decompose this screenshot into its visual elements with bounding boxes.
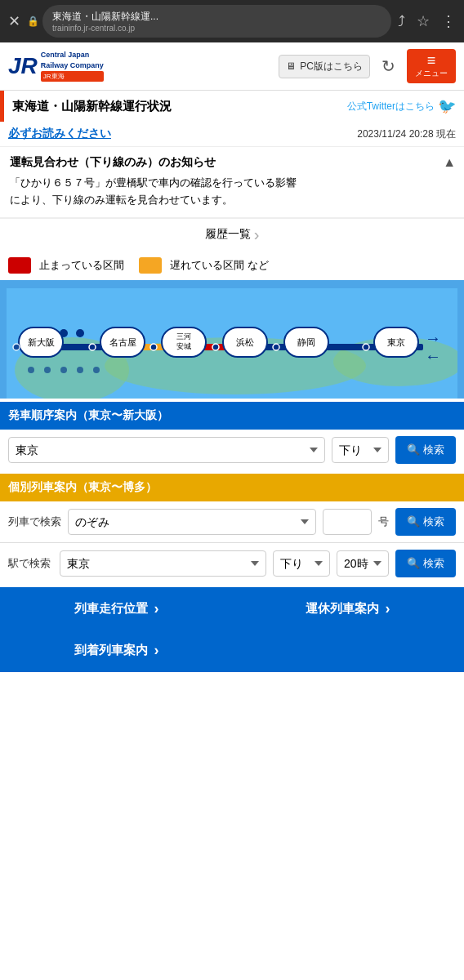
- by-train-search-label: 検索: [423, 514, 444, 529]
- train-section-title: 個別列車案内（東京〜博多）: [8, 480, 157, 493]
- svg-text:→: →: [425, 329, 441, 347]
- menu-button[interactable]: ≡ メニュー: [407, 49, 456, 83]
- svg-point-27: [212, 344, 219, 350]
- collapse-button[interactable]: ▲: [443, 155, 456, 170]
- svg-point-35: [60, 367, 67, 373]
- train-number-input[interactable]: [323, 509, 372, 535]
- svg-point-7: [76, 329, 84, 337]
- pc-btn-label: PC版はこちら: [300, 60, 363, 74]
- browser-actions: ⤴ ☆ ⋮: [398, 12, 456, 30]
- departure-search-label: 検索: [423, 443, 444, 457]
- pc-version-button[interactable]: 🖥 PC版はこちら: [279, 55, 370, 78]
- hour-select[interactable]: 20時 21時 22時 23時: [337, 550, 389, 577]
- alert-body-line2: により、下り線のみ運転を見合わせています。: [10, 194, 233, 206]
- page-tab-title: 東海道・山陽新幹線運...: [52, 10, 381, 24]
- go-label: 号: [378, 514, 389, 529]
- search-icon3: 🔍: [407, 557, 420, 569]
- svg-text:東京: 東京: [387, 337, 405, 347]
- browser-chrome: ✕ 🔒 東海道・山陽新幹線運... traininfo.jr-central.c…: [0, 0, 464, 42]
- train-position-button[interactable]: 列車走行位置 ›: [2, 589, 231, 629]
- svg-point-29: [363, 344, 369, 350]
- company-name-line1: Central Japan: [41, 51, 104, 60]
- history-link[interactable]: 履歴一覧 ›: [0, 218, 464, 251]
- alert-body: 「ひかり６５７号」が豊橋駅で車内の確認を行っている影響 により、下り線のみ運転を…: [10, 175, 454, 209]
- twitter-link[interactable]: 公式Twitterはこちら 🐦: [347, 97, 456, 115]
- svg-text:静岡: 静岡: [297, 337, 315, 347]
- history-arrow-icon: ›: [254, 225, 260, 244]
- alert-box: ▲ 運転見合わせ（下り線のみ）のお知らせ 「ひかり６５７号」が豊橋駅で車内の確認…: [0, 147, 464, 218]
- history-label: 履歴一覧: [205, 227, 251, 242]
- bookmark-icon[interactable]: ☆: [417, 12, 430, 30]
- arriving-trains-arrow: ›: [154, 642, 159, 659]
- stopped-legend-label: 止まっている区間: [39, 258, 124, 273]
- refresh-button[interactable]: ↻: [378, 53, 399, 79]
- cancelled-trains-label: 運休列車案内: [306, 601, 379, 617]
- departure-search-row: 東京 新大阪 名古屋 下り 上り 🔍 検索: [0, 430, 464, 470]
- svg-point-30: [13, 344, 20, 350]
- train-position-label: 列車走行位置: [74, 601, 148, 617]
- svg-text:新大阪: 新大阪: [28, 337, 55, 347]
- svg-text:三河: 三河: [176, 332, 191, 341]
- close-button[interactable]: ✕: [8, 12, 20, 30]
- train-section-header: 個別列車案内（東京〜博多）: [0, 474, 464, 501]
- arriving-trains-button[interactable]: 到着列車案内 ›: [2, 630, 231, 670]
- stopped-legend-color: [8, 257, 31, 274]
- train-map-svg: 新大阪 名古屋 三河 安城 浜松 静岡 東京 → ←: [7, 288, 457, 399]
- must-read-link[interactable]: 必ずお読みください: [8, 127, 111, 141]
- by-station-direction-select[interactable]: 下り 上り: [273, 550, 330, 577]
- station-select[interactable]: 東京 新大阪 名古屋: [60, 550, 266, 577]
- search-icon: 🔍: [407, 443, 420, 456]
- lock-icon: 🔒: [27, 16, 39, 27]
- train-map: 新大阪 名古屋 三河 安城 浜松 静岡 東京 → ←: [0, 280, 464, 399]
- arriving-trains-label: 到着列車案内: [74, 643, 148, 658]
- by-train-label: 列車で検索: [8, 514, 61, 529]
- twitter-label: 公式Twitterはこちら: [347, 100, 435, 114]
- departure-search-button[interactable]: 🔍 検索: [395, 436, 456, 464]
- by-station-search-button[interactable]: 🔍 検索: [395, 550, 456, 577]
- jr-logo: JR Central Japan Railway Company JR東海: [8, 51, 104, 82]
- departure-section-header: 発車順序案内（東京〜新大阪）: [0, 402, 464, 430]
- twitter-icon: 🐦: [438, 97, 456, 115]
- search-icon2: 🔍: [407, 515, 420, 528]
- jr-letter2: R: [21, 53, 38, 78]
- svg-point-28: [273, 344, 279, 350]
- share-icon[interactable]: ⤴: [398, 13, 405, 30]
- page-title: 東海道・山陽新幹線運行状況: [12, 99, 172, 114]
- departure-from-select[interactable]: 東京 新大阪 名古屋: [8, 437, 325, 463]
- svg-point-25: [89, 344, 96, 350]
- svg-point-34: [44, 367, 51, 373]
- train-type-select[interactable]: のぞみ ひかり こだま: [68, 509, 316, 535]
- timestamp: 2023/11/24 20:28 現在: [357, 127, 456, 141]
- svg-text:安城: 安城: [176, 342, 191, 350]
- departure-search-section: 発車順序案内（東京〜新大阪） 東京 新大阪 名古屋 下り 上り 🔍 検索: [0, 402, 464, 470]
- train-search-section: 個別列車案内（東京〜博多） 列車で検索 のぞみ ひかり こだま 号 🔍 検索 駅…: [0, 474, 464, 584]
- alert-title: 運転見合わせ（下り線のみ）のお知らせ: [10, 155, 454, 170]
- menu-icon: ≡: [415, 53, 448, 68]
- by-train-search-button[interactable]: 🔍 検索: [395, 508, 456, 536]
- train-position-arrow: ›: [154, 600, 159, 617]
- more-icon[interactable]: ⋮: [441, 12, 456, 30]
- cancelled-trains-button[interactable]: 運休列車案内 ›: [233, 589, 462, 629]
- svg-text:←: ←: [425, 347, 441, 365]
- departure-section-title: 発車順序案内（東京〜新大阪）: [8, 408, 168, 421]
- by-train-row: 列車で検索 のぞみ ひかり こだま 号 🔍 検索: [0, 501, 464, 542]
- address-bar[interactable]: 東海道・山陽新幹線運... traininfo.jr-central.co.jp: [42, 5, 391, 38]
- delayed-legend-color: [139, 257, 162, 274]
- departure-direction-select[interactable]: 下り 上り: [332, 437, 389, 463]
- cancelled-trains-arrow: ›: [386, 600, 390, 617]
- delayed-legend-label: 遅れている区間 など: [170, 258, 269, 273]
- bottom-nav: 列車走行位置 › 運休列車案内 › 到着列車案内 ›: [0, 587, 464, 672]
- svg-point-26: [150, 344, 157, 350]
- svg-text:名古屋: 名古屋: [109, 337, 136, 347]
- url-display: traininfo.jr-central.co.jp: [52, 24, 381, 33]
- site-header: JR Central Japan Railway Company JR東海 🖥 …: [0, 42, 464, 91]
- company-name-line2: Railway Company: [41, 61, 104, 71]
- page-title-bar: 東海道・山陽新幹線運行状況 公式Twitterはこちら 🐦: [0, 91, 464, 122]
- svg-point-37: [93, 367, 100, 373]
- by-station-label: 駅で検索: [8, 556, 53, 571]
- notice-bar: 必ずお読みください 2023/11/24 20:28 現在: [0, 122, 464, 147]
- svg-point-33: [28, 367, 34, 373]
- jr-tokai-label: JR東海: [41, 71, 104, 82]
- svg-text:浜松: 浜松: [236, 337, 254, 347]
- monitor-icon: 🖥: [286, 60, 296, 72]
